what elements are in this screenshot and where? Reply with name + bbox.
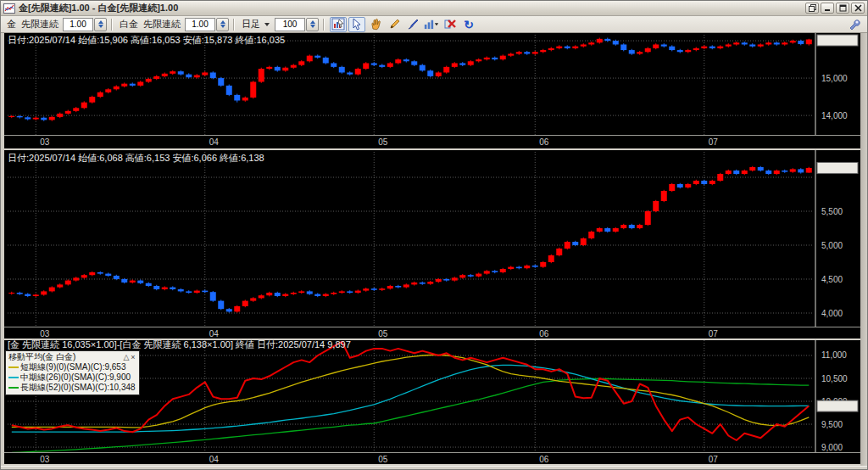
legend-row-short: 短期線(9)(0)(SMA)(C):9,653 — [8, 362, 136, 372]
svg-text:5,000: 5,000 — [821, 241, 843, 250]
chart-type-icon[interactable] — [423, 17, 440, 32]
svg-text:06: 06 — [539, 329, 549, 339]
app-chart-icon — [3, 3, 15, 14]
titlebar[interactable]: 金[先限連続]1.00 - 白金[先限連続]1.00 — [1, 1, 867, 16]
toolbar-separator — [111, 19, 113, 31]
svg-text:11,000: 11,000 — [821, 350, 847, 360]
svg-text:03: 03 — [40, 455, 50, 464]
svg-text:14,000: 14,000 — [821, 111, 848, 120]
window-right-border — [860, 33, 868, 470]
platinum-ratio-stepper[interactable] — [216, 18, 229, 31]
mid-ma-label: 中期線(26)(0)(SMA)(C):9,900 — [20, 372, 131, 383]
short-ma-label: 短期線(9)(0)(SMA)(C):9,653 — [20, 362, 125, 372]
legend-row-long: 長期線(52)(0)(SMA)(C):10,348 — [8, 383, 136, 393]
svg-text:05: 05 — [378, 455, 388, 464]
gold-platinum-spread-price-box — [817, 400, 858, 411]
platinum-chart[interactable]: 5,5005,0004,5004,00003040506076,138日付:20… — [4, 150, 860, 340]
svg-text:06: 06 — [539, 137, 549, 147]
svg-text:07: 07 — [709, 137, 719, 147]
toolbar-separator — [323, 19, 325, 31]
gold-chart[interactable]: 15,00014,000030405060716,035日付:2025/07/1… — [4, 33, 860, 150]
svg-text:10,500: 10,500 — [821, 374, 848, 383]
gold-ratio-stepper[interactable] — [94, 18, 107, 31]
svg-text:4,000: 4,000 — [821, 309, 843, 318]
gold-ratio-input[interactable] — [63, 18, 93, 31]
settings-wrench-icon[interactable] — [846, 17, 863, 32]
long-ma-label: 長期線(52)(0)(SMA)(C):10,348 — [20, 383, 136, 393]
svg-text:9,500: 9,500 — [821, 420, 843, 429]
timeframe-dropdown[interactable]: 日足 — [242, 18, 260, 31]
svg-text:5,500: 5,500 — [821, 207, 843, 216]
mid-ma-swatch — [8, 377, 19, 378]
platinum-symbol-label: 白金 — [120, 18, 138, 31]
minimize-icon[interactable] — [821, 3, 834, 14]
crosshair-tool-icon[interactable] — [330, 17, 347, 32]
platinum-daily-price-box — [817, 162, 858, 173]
svg-text:05: 05 — [378, 329, 388, 339]
popout-icon[interactable] — [805, 3, 819, 14]
svg-text:15,000: 15,000 — [821, 74, 848, 83]
timeframe-dropdown-arrow-icon[interactable] — [264, 23, 270, 26]
clear-drawings-icon[interactable] — [442, 17, 459, 32]
bar-count-stepper[interactable] — [306, 18, 319, 31]
gold-platinum-spread-info-line: [金 先限連続 16,035×1.00]-[白金 先限連続 6,138×1.00… — [8, 340, 351, 350]
select-tool-icon[interactable] — [348, 17, 365, 32]
toolbar: 金 先限連続 白金 先限連続 日足 — [1, 16, 867, 33]
refresh-icon[interactable]: ↻ — [460, 17, 477, 32]
short-ma-swatch — [8, 366, 19, 368]
pencil-tool-icon[interactable] — [386, 17, 403, 32]
svg-text:05: 05 — [378, 137, 388, 147]
legend-row-mid: 中期線(26)(0)(SMA)(C):9,900 — [8, 372, 136, 383]
svg-text:07: 07 — [709, 455, 719, 464]
hand-tool-icon[interactable] — [367, 17, 384, 32]
gold-daily-price-box — [817, 35, 858, 46]
platinum-contract-label: 先限連続 — [143, 18, 181, 31]
legend-collapse-icon[interactable]: △ — [123, 352, 129, 362]
svg-text:03: 03 — [40, 329, 50, 339]
close-icon[interactable] — [851, 3, 865, 14]
legend-close-icon[interactable]: × — [131, 352, 135, 362]
svg-text:04: 04 — [209, 455, 220, 464]
gold-contract-label: 先限連続 — [21, 18, 58, 31]
svg-text:04: 04 — [209, 329, 220, 339]
svg-text:06: 06 — [539, 455, 549, 464]
pen-tool-icon[interactable] — [404, 17, 421, 32]
platinum-daily-info-line: 日付:2025/07/14 始値:6,068 高値:6,153 安値:6,066… — [8, 153, 264, 163]
legend-title: 移動平均(金 白金) — [8, 352, 121, 362]
svg-text:07: 07 — [709, 329, 719, 339]
maximize-icon[interactable] — [836, 3, 849, 14]
svg-text:4,500: 4,500 — [821, 275, 843, 284]
chart-area: 15,00014,000030405060716,035日付:2025/07/1… — [1, 33, 868, 470]
bar-count-input[interactable] — [275, 18, 305, 31]
moving-average-legend: 移動平均(金 白金) △ × 短期線(9)(0)(SMA)(C):9,653 中… — [5, 350, 140, 395]
long-ma-swatch — [8, 387, 19, 389]
toolbar-separator — [233, 19, 235, 31]
svg-text:03: 03 — [40, 137, 50, 147]
platinum-ratio-input[interactable] — [185, 18, 215, 31]
svg-text:04: 04 — [209, 137, 220, 147]
gold-symbol-label: 金 — [7, 18, 16, 31]
chart-window: 金[先限連続]1.00 - 白金[先限連続]1.00 金 先限連続 白金 先限連… — [0, 0, 868, 470]
gold-daily-info-line: 日付:2025/07/14 始値:15,906 高値:16,053 安値:15,… — [8, 35, 285, 45]
window-bottom-border — [1, 466, 868, 470]
svg-text:9,000: 9,000 — [821, 443, 843, 452]
window-title: 金[先限連続]1.00 - 白金[先限連続]1.00 — [19, 2, 805, 14]
